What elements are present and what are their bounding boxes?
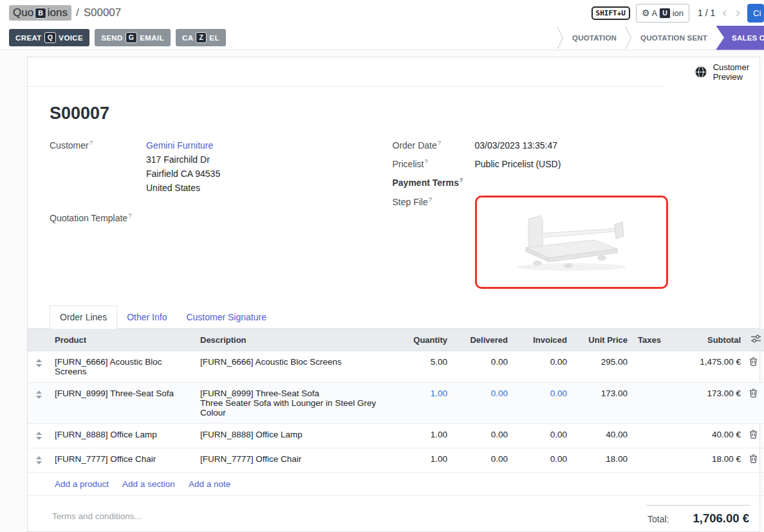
payment-terms-input[interactable]: [475, 176, 565, 188]
cell-description[interactable]: [FURN_6666] Acoustic Bloc Screens: [195, 351, 393, 383]
drag-handle-icon[interactable]: [28, 424, 50, 448]
cell-quantity[interactable]: 1.00: [393, 424, 452, 448]
create-invoice-label-pre: CREAT: [15, 34, 42, 42]
pricelist-value[interactable]: Public Pricelist (USD): [475, 158, 561, 171]
cell-quantity[interactable]: 1.00: [393, 383, 452, 424]
cell-taxes[interactable]: [633, 424, 662, 448]
delete-row-icon[interactable]: [746, 448, 764, 473]
cell-description[interactable]: [FURN_8999] Three-Seat Sofa Three Seater…: [195, 383, 393, 424]
toggle-columns-icon[interactable]: [746, 329, 764, 351]
header-quantity: Quantity: [393, 329, 452, 351]
hint-badge-g: G: [126, 32, 138, 43]
cell-delivered[interactable]: 0.00: [452, 448, 513, 473]
step-file-highlight-box[interactable]: [475, 196, 668, 289]
breadcrumb: Quo B ions / S00007: [9, 5, 121, 21]
gear-icon: ⚙: [642, 8, 650, 17]
tab-order-lines[interactable]: Order Lines: [50, 306, 117, 329]
cell-product[interactable]: [FURN_6666] Acoustic Bloc Screens: [50, 351, 195, 383]
cell-quantity[interactable]: 5.00: [393, 351, 452, 383]
status-step-quotation-sent[interactable]: QUOTATION SENT: [632, 26, 716, 50]
customer-label-text: Customer: [50, 140, 89, 151]
cancel-button[interactable]: CA Z EL: [176, 29, 226, 46]
field-order-date: Order Date? 03/03/2023 13:35:47: [393, 139, 736, 152]
breadcrumb-section-text-pre: Quo: [13, 6, 33, 19]
tab-customer-signature[interactable]: Customer Signature: [176, 306, 276, 328]
order-line-row: [FURN_7777] Office Chair [FURN_7777] Off…: [28, 448, 764, 473]
quotation-template-input[interactable]: [146, 212, 236, 223]
totals-box: Total: 1,706.00 €: [646, 505, 750, 532]
add-note-link[interactable]: Add a note: [189, 479, 230, 489]
status-step-quotation[interactable]: QUOTATION: [564, 26, 625, 50]
order-date-label-text: Order Date: [393, 140, 437, 151]
cell-invoiced[interactable]: 0.00: [513, 351, 572, 383]
delete-row-icon[interactable]: [746, 383, 764, 424]
cell-taxes[interactable]: [633, 448, 662, 473]
cell-taxes[interactable]: [633, 351, 662, 383]
pager-prev-button[interactable]: ‹: [721, 6, 728, 20]
form-view: Customer Preview S00007 Customer? Gemini…: [0, 50, 764, 532]
sheet-body: S00007 Customer? Gemini Furniture 317 Fa…: [28, 87, 759, 532]
cell-invoiced[interactable]: 0.00: [513, 424, 572, 448]
pager-next-button[interactable]: ›: [734, 6, 741, 20]
add-section-link[interactable]: Add a section: [122, 479, 175, 489]
help-icon: ?: [425, 158, 428, 165]
field-payment-terms: Payment Terms?: [393, 176, 736, 188]
header-unit-price: Unit Price: [572, 329, 633, 351]
cell-invoiced[interactable]: 0.00: [513, 448, 572, 473]
address-line: Fairfield CA 94535: [146, 167, 220, 181]
drag-handle-icon[interactable]: [28, 448, 50, 473]
terms-and-conditions-placeholder[interactable]: Terms and conditions...: [52, 505, 142, 532]
hint-badge-q: Q: [44, 32, 57, 43]
header-product: Product: [50, 329, 195, 351]
cell-taxes[interactable]: [633, 383, 662, 424]
address-line: United States: [146, 181, 220, 195]
customer-preview-button[interactable]: Customer Preview: [694, 62, 749, 82]
cell-delivered[interactable]: 0.00: [452, 351, 513, 383]
cell-unit-price[interactable]: 295.00: [572, 351, 633, 383]
send-email-button[interactable]: SEND G EMAIL: [95, 29, 171, 46]
field-column-right: Order Date? 03/03/2023 13:35:47 Pricelis…: [393, 139, 736, 294]
corner-clipped-button[interactable]: Ci: [747, 4, 764, 23]
breadcrumb-quotations-link[interactable]: Quo B ions: [9, 5, 71, 21]
order-date-label: Order Date?: [393, 139, 475, 151]
order-lines-table: Product Description Quantity Delivered I…: [28, 329, 764, 496]
cell-quantity[interactable]: 1.00: [393, 448, 452, 473]
customer-link[interactable]: Gemini Furniture: [146, 140, 213, 151]
cell-description[interactable]: [FURN_8888] Office Lamp: [195, 424, 393, 448]
top-navbar: Quo B ions / S00007 SHIFT+U ⚙ A U ion 1 …: [0, 0, 764, 26]
header-taxes: Taxes: [633, 329, 662, 351]
cell-invoiced[interactable]: 0.00: [513, 383, 572, 424]
shortcut-overlay-badge: SHIFT+U: [592, 6, 630, 20]
footer-links-cell: Add a product Add a section Add a note: [50, 473, 764, 496]
cell-delivered[interactable]: 0.00: [452, 424, 513, 448]
delete-row-icon[interactable]: [746, 351, 764, 383]
add-product-link[interactable]: Add a product: [55, 479, 109, 489]
delete-row-icon[interactable]: [746, 424, 764, 448]
cell-unit-price[interactable]: 173.00: [572, 383, 633, 424]
cell-product[interactable]: [FURN_7777] Office Chair: [50, 448, 195, 473]
create-invoice-button[interactable]: CREAT Q VOICE: [9, 29, 89, 46]
record-title: S00007: [50, 104, 735, 124]
cancel-label-pre: CA: [182, 34, 193, 42]
cell-unit-price[interactable]: 40.00: [572, 424, 633, 448]
step-file-label: Step File?: [393, 196, 475, 207]
status-step-sales-order[interactable]: SALES ORDER: [716, 26, 764, 50]
cancel-label-post: EL: [209, 34, 219, 42]
drag-handle-icon[interactable]: [28, 383, 50, 424]
cell-product[interactable]: [FURN_8999] Three-Seat Sofa: [50, 383, 195, 424]
table-header-row: Product Description Quantity Delivered I…: [28, 329, 764, 351]
sheet-top-strip: Customer Preview: [28, 57, 759, 87]
drag-handle-icon[interactable]: [28, 351, 50, 383]
hint-badge-b: B: [35, 8, 46, 19]
cell-description[interactable]: [FURN_7777] Office Chair: [195, 448, 393, 473]
quotation-template-label: Quotation Template?: [50, 212, 146, 223]
address-line: 317 Fairchild Dr: [146, 152, 220, 167]
action-menu-button[interactable]: ⚙ A U ion: [636, 4, 689, 23]
cell-unit-price[interactable]: 18.00: [572, 448, 633, 473]
hint-badge-u: U: [659, 8, 671, 19]
send-email-label-pre: SEND: [101, 34, 123, 42]
order-date-value[interactable]: 03/03/2023 13:35:47: [475, 139, 557, 152]
cell-product[interactable]: [FURN_8888] Office Lamp: [50, 424, 195, 448]
tab-other-info[interactable]: Other Info: [117, 306, 176, 328]
cell-delivered[interactable]: 0.00: [452, 383, 513, 424]
